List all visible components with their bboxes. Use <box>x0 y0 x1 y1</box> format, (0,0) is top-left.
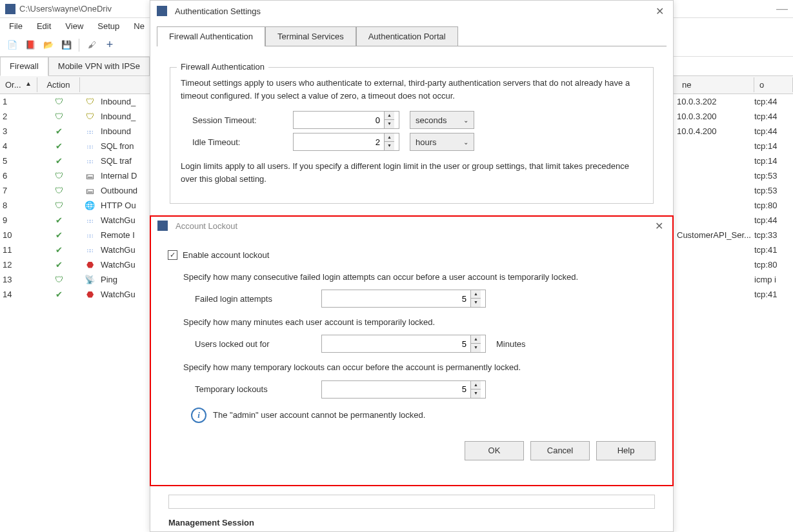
tab-firewall[interactable]: Firewall <box>0 57 48 76</box>
spinner-up-icon[interactable]: ▲ <box>385 133 394 142</box>
table-row-right: tcp:44 <box>677 213 793 228</box>
spinner-down-icon[interactable]: ▼ <box>385 120 394 128</box>
cell-order: 3 <box>0 126 37 136</box>
cell-port: tcp:80 <box>754 260 793 270</box>
failed-attempts-field[interactable] <box>322 294 470 304</box>
management-session-header: Management Session <box>168 518 655 527</box>
auth-dialog-title: Authentication Settings <box>175 6 261 16</box>
toolbar-separator <box>79 39 79 52</box>
idle-timeout-input[interactable]: ▲▼ <box>293 133 399 151</box>
spinner-down-icon[interactable]: ▼ <box>385 142 394 150</box>
locked-duration-field[interactable] <box>322 339 470 349</box>
menu-view[interactable]: View <box>59 20 90 32</box>
session-timeout-unit-select[interactable]: seconds ⌄ <box>410 111 474 129</box>
menu-setup[interactable]: Setup <box>91 20 126 32</box>
cell-action-icon: 🛡 <box>37 171 80 181</box>
toolbar-brush-icon[interactable]: 🖌 <box>85 38 99 52</box>
enable-lockout-label: Enable account lockout <box>183 250 269 260</box>
locked-duration-spinner[interactable]: ▲▼ <box>470 335 481 352</box>
cell-type-icon: 📡 <box>80 275 99 284</box>
cell-action-icon: ✔ <box>37 260 80 270</box>
locked-duration-unit: Minutes <box>496 339 526 349</box>
col-to[interactable]: ne <box>677 77 754 92</box>
enable-lockout-checkbox[interactable]: ✓ <box>168 250 177 260</box>
spinner-up-icon[interactable]: ▲ <box>385 112 394 120</box>
firewall-auth-fieldset: Firewall Authentication Timeout settings… <box>170 67 654 204</box>
cell-type-icon: ⬣ <box>80 290 99 299</box>
cell-order: 9 <box>0 215 37 225</box>
ok-button[interactable]: OK <box>465 441 524 460</box>
spinner-up-icon[interactable]: ▲ <box>471 381 481 389</box>
chevron-down-icon: ⌄ <box>463 139 468 146</box>
idle-timeout-spinner[interactable]: ▲▼ <box>384 133 394 150</box>
toolbar-plus-icon[interactable]: + <box>103 38 117 52</box>
tab-terminal-services[interactable]: Terminal Services <box>265 26 356 46</box>
col-port[interactable]: o <box>754 77 793 92</box>
login-limits-description: Login limits apply to all users. If you … <box>181 160 643 185</box>
tab-firewall-auth[interactable]: Firewall Authentication <box>157 26 265 46</box>
failed-attempts-input[interactable]: ▲▼ <box>321 290 486 308</box>
locked-duration-input[interactable]: ▲▼ <box>321 335 486 353</box>
temp-lockouts-input[interactable]: ▲▼ <box>321 380 486 399</box>
menu-edit[interactable]: Edit <box>30 20 57 32</box>
session-timeout-input[interactable]: ▲▼ <box>293 111 399 129</box>
admin-note: The "admin" user account cannot be perma… <box>213 410 425 420</box>
cancel-button[interactable]: Cancel <box>530 441 590 460</box>
cell-type-icon: 🛡 <box>80 112 99 121</box>
spinner-up-icon[interactable]: ▲ <box>471 290 481 299</box>
table-row-right: icmp i <box>677 272 793 287</box>
cell-to: CustomerAPI_Ser... <box>677 230 754 240</box>
toolbar-folder-icon[interactable]: 📂 <box>41 38 55 52</box>
idle-timeout-field[interactable] <box>294 137 384 147</box>
failed-attempts-spinner[interactable]: ▲▼ <box>470 290 481 307</box>
cell-action-icon: 🛡 <box>37 97 80 106</box>
help-button[interactable]: Help <box>596 441 656 460</box>
cell-port: tcp:44 <box>754 215 793 225</box>
cell-order: 2 <box>0 112 37 121</box>
close-icon[interactable]: ✕ <box>652 220 666 232</box>
col-order[interactable]: Or... <box>5 80 21 90</box>
app-icon <box>5 4 15 14</box>
idle-timeout-unit-select[interactable]: hours ⌄ <box>410 133 474 151</box>
toolbar-save-icon[interactable]: 💾 <box>59 38 74 52</box>
col-action[interactable]: Action <box>37 77 80 92</box>
table-row-right: 10.0.4.200tcp:44 <box>677 124 793 139</box>
session-timeout-field[interactable] <box>294 115 384 125</box>
cell-port: tcp:14 <box>754 141 793 151</box>
table-row-right: tcp:41 <box>677 242 793 257</box>
cell-type-icon: ∷∷ <box>80 141 99 151</box>
close-icon[interactable]: ✕ <box>653 5 667 17</box>
table-row-right: tcp:14 <box>677 139 793 153</box>
spinner-down-icon[interactable]: ▼ <box>471 299 481 307</box>
spinner-down-icon[interactable]: ▼ <box>471 389 481 398</box>
cell-order: 1 <box>0 97 37 106</box>
spinner-up-icon[interactable]: ▲ <box>471 335 481 344</box>
cell-type-icon: ∷∷ <box>80 215 99 225</box>
cell-to: 10.0.3.200 <box>677 112 754 121</box>
tab-mobile-vpn[interactable]: Mobile VPN with IPSe <box>48 57 150 75</box>
cell-type-icon: ∷∷ <box>80 126 99 136</box>
temp-lockouts-spinner[interactable]: ▲▼ <box>470 381 481 398</box>
toolbar-new-icon[interactable]: 📄 <box>5 38 19 52</box>
cell-order: 8 <box>0 201 37 210</box>
locked-duration-description: Specify how many minutes each user accou… <box>183 317 656 328</box>
menu-network[interactable]: Ne <box>127 20 151 32</box>
cell-order: 6 <box>0 171 37 181</box>
cell-port: tcp:41 <box>754 245 793 255</box>
temp-lockouts-field[interactable] <box>322 384 470 394</box>
cell-action-icon: ✔ <box>37 156 80 166</box>
cell-type-icon: ⬣ <box>80 260 99 270</box>
dialog-icon <box>157 6 167 16</box>
cell-type-icon: 🌐 <box>80 201 99 210</box>
toolbar-open-icon[interactable]: 📕 <box>23 38 37 52</box>
sort-icon[interactable]: ▲ <box>25 80 32 90</box>
menu-file[interactable]: File <box>3 20 29 32</box>
cell-port: tcp:44 <box>754 97 793 106</box>
minimize-icon[interactable]: — <box>776 2 788 15</box>
cell-action-icon: ✔ <box>37 215 80 225</box>
tab-auth-portal[interactable]: Authentication Portal <box>356 26 458 46</box>
lockout-titlebar: Account Lockout ✕ <box>151 217 672 235</box>
spinner-down-icon[interactable]: ▼ <box>471 344 481 352</box>
session-timeout-spinner[interactable]: ▲▼ <box>384 112 394 128</box>
cell-order: 13 <box>0 275 37 284</box>
